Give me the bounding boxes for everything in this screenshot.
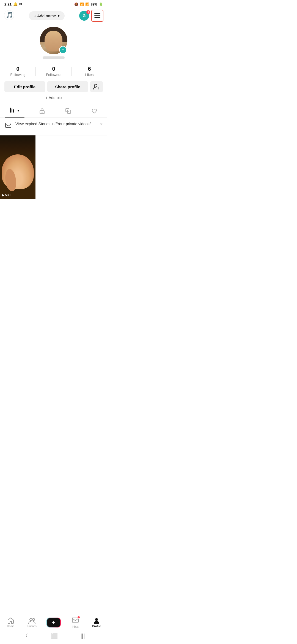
add-bio-label: + Add bio: [46, 95, 62, 100]
username-placeholder: [43, 56, 65, 59]
play-icon-small: ▶: [2, 193, 4, 197]
dropdown-arrow-icon: ▾: [58, 14, 60, 18]
dnd-icon: 🔔: [13, 2, 18, 6]
add-story-icon: +: [61, 47, 65, 53]
top-nav: 🎵 + Add name ▾ G 1: [0, 7, 107, 24]
add-story-button[interactable]: +: [59, 46, 67, 54]
close-icon: ×: [100, 121, 103, 127]
app-logo: 🎵: [4, 10, 14, 21]
battery-label: 82%: [91, 2, 97, 6]
notice-close-button[interactable]: ×: [100, 121, 103, 127]
status-bar: 2:21 🔔 ✉ 🔕 📶 📶 82% 🔋: [0, 0, 107, 7]
menu-line-2: [94, 15, 100, 16]
following-label: Following: [10, 73, 26, 77]
avatar-wrap: +: [40, 27, 67, 54]
svg-rect-6: [12, 108, 12, 113]
notification-avatar[interactable]: G 1: [79, 11, 89, 21]
time-label: 2:21: [4, 2, 12, 6]
status-left: 2:21 🔔 ✉: [4, 2, 22, 6]
svg-rect-5: [10, 108, 11, 113]
tabs-row: ▾: [0, 104, 107, 118]
video-grid: ▶ 530: [0, 135, 107, 199]
add-bio-button[interactable]: + Add bio: [46, 95, 62, 100]
signal-icon: 📶: [85, 2, 89, 6]
edit-profile-button[interactable]: Edit profile: [4, 81, 45, 92]
action-buttons: Edit profile Share profile: [0, 81, 107, 92]
notice-icon: [4, 122, 12, 131]
svg-text:🎵: 🎵: [6, 11, 13, 19]
tab-videos-icon: [10, 108, 16, 114]
tab-private[interactable]: [34, 105, 51, 117]
followers-label: Followers: [46, 73, 61, 77]
menu-button[interactable]: [91, 10, 103, 22]
status-right: 🔕 📶 📶 82% 🔋: [74, 2, 103, 6]
share-profile-label: Share profile: [55, 84, 80, 89]
mail-icon: ✉: [19, 2, 22, 6]
play-count: ▶ 530: [2, 193, 10, 197]
followers-count: 0: [52, 66, 55, 72]
play-count-label: 530: [5, 193, 10, 197]
following-stat[interactable]: 0 Following: [0, 66, 36, 77]
likes-stat[interactable]: 6 Likes: [72, 66, 107, 77]
mute-icon: 🔕: [74, 2, 78, 6]
profile-section: + 0 Following 0 Followers 6 Likes Edit p…: [0, 24, 107, 104]
tab-reposted[interactable]: [60, 105, 77, 117]
video-thumb-bg: [0, 135, 35, 199]
add-friend-button[interactable]: [90, 81, 103, 92]
notice-banner: View expired Stories in "Your private vi…: [0, 118, 107, 135]
svg-rect-7: [13, 109, 14, 113]
battery-icon: 🔋: [99, 2, 103, 6]
menu-line-3: [94, 17, 100, 18]
nav-right: G 1: [79, 10, 103, 22]
likes-count: 6: [88, 66, 91, 72]
add-name-label: + Add name: [34, 13, 56, 18]
share-profile-button[interactable]: Share profile: [47, 81, 88, 92]
followers-stat[interactable]: 0 Followers: [36, 66, 72, 77]
wifi-icon: 📶: [80, 2, 84, 6]
likes-label: Likes: [85, 73, 94, 77]
avatar-letter: G: [83, 13, 86, 18]
following-count: 0: [16, 66, 19, 72]
svg-point-2: [94, 84, 97, 87]
tab-liked[interactable]: [86, 105, 103, 117]
stats-row: 0 Following 0 Followers 6 Likes: [0, 66, 107, 77]
tab-videos-chevron: ▾: [18, 109, 19, 112]
edit-profile-label: Edit profile: [14, 84, 35, 89]
menu-line-1: [94, 13, 100, 14]
notice-text: View expired Stories in "Your private vi…: [15, 121, 97, 127]
add-name-button[interactable]: + Add name ▾: [29, 11, 64, 20]
video-thumbnail[interactable]: ▶ 530: [0, 135, 35, 199]
tab-videos[interactable]: ▾: [5, 104, 24, 117]
svg-point-9: [42, 112, 42, 113]
notification-badge: 1: [86, 10, 90, 14]
